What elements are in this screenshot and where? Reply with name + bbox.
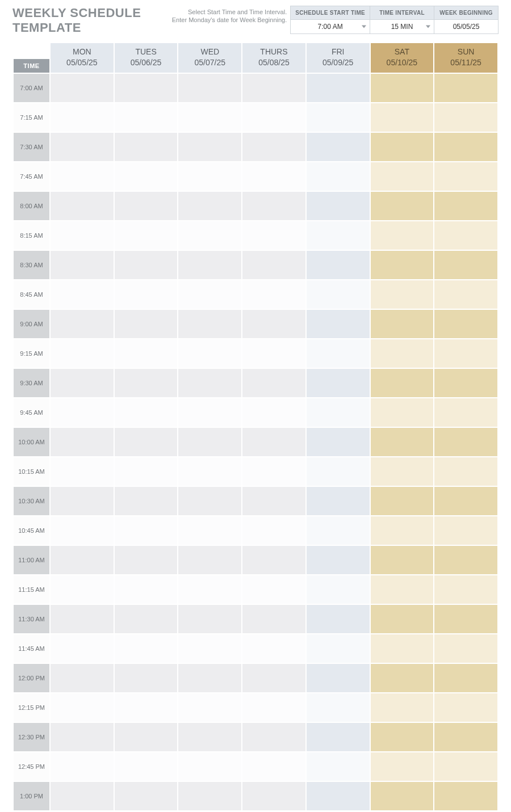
schedule-cell[interactable] <box>434 74 497 102</box>
schedule-cell[interactable] <box>51 192 114 220</box>
schedule-cell[interactable] <box>434 339 497 368</box>
schedule-cell[interactable] <box>307 251 370 279</box>
schedule-cell[interactable] <box>115 103 178 132</box>
schedule-cell[interactable] <box>178 693 241 722</box>
schedule-cell[interactable] <box>434 605 497 633</box>
schedule-cell[interactable] <box>307 192 370 220</box>
schedule-cell[interactable] <box>178 162 241 191</box>
schedule-cell[interactable] <box>178 251 241 279</box>
schedule-cell[interactable] <box>242 752 305 781</box>
schedule-cell[interactable] <box>115 428 178 456</box>
schedule-cell[interactable] <box>242 487 305 515</box>
schedule-cell[interactable] <box>178 221 241 250</box>
schedule-cell[interactable] <box>434 575 497 604</box>
schedule-cell[interactable] <box>178 782 241 810</box>
schedule-cell[interactable] <box>115 782 178 810</box>
schedule-cell[interactable] <box>51 693 114 722</box>
schedule-cell[interactable] <box>178 428 241 456</box>
week-beginning-input[interactable]: 05/05/25 <box>434 20 498 33</box>
schedule-cell[interactable] <box>242 516 305 545</box>
schedule-cell[interactable] <box>434 664 497 692</box>
schedule-cell[interactable] <box>371 310 434 338</box>
schedule-cell[interactable] <box>307 280 370 309</box>
schedule-cell[interactable] <box>242 634 305 663</box>
schedule-cell[interactable] <box>51 752 114 781</box>
schedule-cell[interactable] <box>178 133 241 161</box>
schedule-cell[interactable] <box>178 605 241 633</box>
schedule-cell[interactable] <box>371 398 434 427</box>
schedule-cell[interactable] <box>178 723 241 751</box>
schedule-cell[interactable] <box>434 782 497 810</box>
schedule-cell[interactable] <box>178 487 241 515</box>
schedule-cell[interactable] <box>434 103 497 132</box>
schedule-cell[interactable] <box>307 339 370 368</box>
schedule-cell[interactable] <box>307 723 370 751</box>
schedule-cell[interactable] <box>115 310 178 338</box>
schedule-cell[interactable] <box>115 634 178 663</box>
schedule-cell[interactable] <box>307 74 370 102</box>
schedule-cell[interactable] <box>307 428 370 456</box>
schedule-cell[interactable] <box>51 133 114 161</box>
schedule-cell[interactable] <box>434 457 497 486</box>
schedule-cell[interactable] <box>434 487 497 515</box>
schedule-cell[interactable] <box>178 192 241 220</box>
schedule-cell[interactable] <box>434 310 497 338</box>
schedule-cell[interactable] <box>51 605 114 633</box>
schedule-cell[interactable] <box>307 398 370 427</box>
schedule-cell[interactable] <box>307 369 370 397</box>
schedule-cell[interactable] <box>307 752 370 781</box>
schedule-cell[interactable] <box>242 605 305 633</box>
schedule-cell[interactable] <box>242 251 305 279</box>
schedule-cell[interactable] <box>178 310 241 338</box>
schedule-cell[interactable] <box>51 516 114 545</box>
schedule-cell[interactable] <box>371 723 434 751</box>
schedule-cell[interactable] <box>371 339 434 368</box>
schedule-cell[interactable] <box>242 723 305 751</box>
schedule-cell[interactable] <box>242 398 305 427</box>
schedule-cell[interactable] <box>307 310 370 338</box>
schedule-cell[interactable] <box>115 221 178 250</box>
schedule-cell[interactable] <box>371 133 434 161</box>
schedule-cell[interactable] <box>371 516 434 545</box>
schedule-cell[interactable] <box>115 192 178 220</box>
schedule-cell[interactable] <box>371 369 434 397</box>
schedule-cell[interactable] <box>51 280 114 309</box>
schedule-cell[interactable] <box>115 664 178 692</box>
schedule-cell[interactable] <box>434 369 497 397</box>
schedule-cell[interactable] <box>434 398 497 427</box>
schedule-cell[interactable] <box>434 221 497 250</box>
schedule-cell[interactable] <box>434 162 497 191</box>
schedule-cell[interactable] <box>115 74 178 102</box>
schedule-cell[interactable] <box>242 280 305 309</box>
schedule-cell[interactable] <box>242 457 305 486</box>
schedule-cell[interactable] <box>51 428 114 456</box>
schedule-cell[interactable] <box>178 752 241 781</box>
schedule-cell[interactable] <box>51 339 114 368</box>
schedule-cell[interactable] <box>178 634 241 663</box>
schedule-cell[interactable] <box>434 723 497 751</box>
schedule-cell[interactable] <box>51 221 114 250</box>
schedule-cell[interactable] <box>307 575 370 604</box>
schedule-cell[interactable] <box>307 487 370 515</box>
schedule-cell[interactable] <box>307 605 370 633</box>
schedule-cell[interactable] <box>51 664 114 692</box>
schedule-cell[interactable] <box>242 664 305 692</box>
schedule-cell[interactable] <box>115 575 178 604</box>
schedule-cell[interactable] <box>51 723 114 751</box>
schedule-cell[interactable] <box>115 487 178 515</box>
schedule-cell[interactable] <box>307 162 370 191</box>
schedule-cell[interactable] <box>434 546 497 574</box>
schedule-cell[interactable] <box>51 310 114 338</box>
schedule-cell[interactable] <box>434 428 497 456</box>
schedule-cell[interactable] <box>242 133 305 161</box>
start-time-select[interactable]: 7:00 AM <box>291 20 370 33</box>
schedule-cell[interactable] <box>178 74 241 102</box>
schedule-cell[interactable] <box>51 487 114 515</box>
schedule-cell[interactable] <box>115 339 178 368</box>
schedule-cell[interactable] <box>434 516 497 545</box>
schedule-cell[interactable] <box>307 516 370 545</box>
schedule-cell[interactable] <box>242 221 305 250</box>
schedule-cell[interactable] <box>371 664 434 692</box>
schedule-cell[interactable] <box>51 782 114 810</box>
schedule-cell[interactable] <box>115 280 178 309</box>
